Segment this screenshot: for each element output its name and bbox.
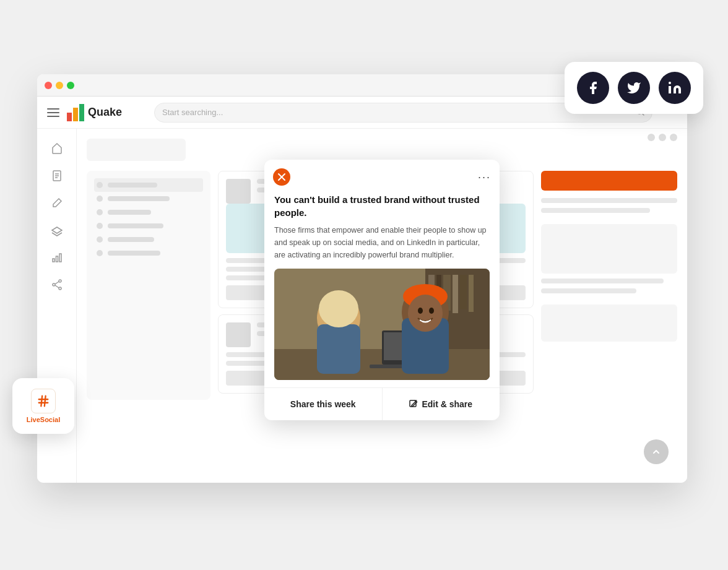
svg-rect-34: [317, 324, 360, 374]
modal-footer: Share this week Edit & share: [264, 387, 500, 420]
linkedin-share-button[interactable]: [659, 72, 691, 104]
sidebar-item-layers[interactable]: [45, 218, 69, 243]
left-panel: [87, 171, 210, 400]
svg-point-13: [53, 283, 55, 286]
modal-close-button[interactable]: [273, 168, 290, 186]
left-panel-item[interactable]: [94, 205, 203, 219]
svg-point-35: [319, 290, 358, 327]
svg-point-40: [418, 308, 423, 314]
app-title: Quake: [88, 106, 122, 119]
app-body: ··· You can't build a trusted brand with…: [37, 129, 687, 483]
modal-title: You can't build a trusted brand without …: [274, 193, 490, 219]
facebook-icon: [586, 80, 600, 95]
svg-point-14: [59, 287, 61, 290]
svg-line-16: [55, 285, 59, 288]
left-panel-item[interactable]: [94, 233, 203, 246]
svg-rect-25: [460, 275, 467, 309]
modal-more-button[interactable]: ···: [478, 171, 491, 184]
left-panel-item[interactable]: [94, 178, 203, 192]
filter-row: [87, 139, 186, 161]
modal-header: ···: [264, 160, 500, 186]
svg-rect-1: [73, 108, 78, 121]
svg-line-47: [45, 396, 46, 407]
sidebar-item-document[interactable]: [45, 163, 69, 188]
traffic-light-green[interactable]: [67, 82, 74, 89]
right-panel: [541, 171, 677, 400]
article-modal: ··· You can't build a trusted brand with…: [264, 160, 500, 420]
hash-icon: [37, 394, 50, 408]
svg-point-39: [408, 295, 443, 332]
svg-point-12: [59, 280, 61, 282]
menu-button[interactable]: [47, 108, 59, 117]
edit-share-button[interactable]: Edit & share: [383, 388, 500, 420]
modal-body: You can't build a trusted brand without …: [264, 186, 500, 387]
left-panel-item[interactable]: [94, 219, 203, 233]
top-dots: [648, 134, 677, 141]
svg-line-46: [41, 396, 42, 407]
traffic-light-yellow[interactable]: [56, 82, 63, 89]
sidebar-item-home[interactable]: [45, 136, 69, 161]
sidebar-item-chart[interactable]: [45, 245, 69, 270]
modal-image: [274, 269, 490, 380]
svg-point-43: [669, 82, 671, 84]
svg-rect-26: [469, 275, 474, 312]
twitter-share-button[interactable]: [618, 72, 650, 104]
traffic-lights: [45, 82, 74, 89]
left-panel-item[interactable]: [94, 246, 203, 260]
social-share-card: [565, 62, 703, 114]
edit-icon: [409, 400, 418, 408]
sidebar-item-share[interactable]: [45, 272, 69, 297]
svg-rect-2: [79, 104, 84, 121]
twitter-icon: [626, 80, 641, 95]
svg-line-15: [55, 282, 59, 284]
traffic-light-red[interactable]: [45, 82, 52, 89]
scroll-top-button[interactable]: [644, 439, 669, 464]
orange-cta-button[interactable]: [541, 171, 677, 191]
left-panel-item[interactable]: [94, 192, 203, 205]
search-placeholder: Start searching...: [162, 108, 223, 117]
svg-rect-10: [56, 256, 58, 262]
svg-point-41: [429, 308, 434, 314]
livesocial-badge[interactable]: LiveSocial: [12, 378, 74, 434]
facebook-share-button[interactable]: [577, 72, 609, 104]
modal-body-text: Those firms that empower and enable thei…: [274, 224, 490, 261]
livesocial-icon: [31, 389, 56, 413]
main-content: ··· You can't build a trusted brand with…: [77, 129, 687, 483]
edit-share-label: Edit & share: [422, 399, 472, 409]
svg-rect-24: [453, 275, 458, 313]
logo-icon: [67, 104, 84, 121]
livesocial-label: LiveSocial: [27, 416, 60, 423]
browser-window: Quake Start searching...: [37, 74, 687, 483]
sidebar-item-pen[interactable]: [45, 191, 69, 215]
share-this-week-label: Share this week: [290, 399, 356, 409]
logo-area: Quake: [67, 104, 122, 121]
linkedin-icon: [667, 80, 682, 95]
svg-rect-9: [53, 259, 54, 262]
share-this-week-button[interactable]: Share this week: [264, 388, 383, 420]
svg-rect-11: [59, 254, 61, 262]
svg-rect-0: [67, 113, 72, 121]
